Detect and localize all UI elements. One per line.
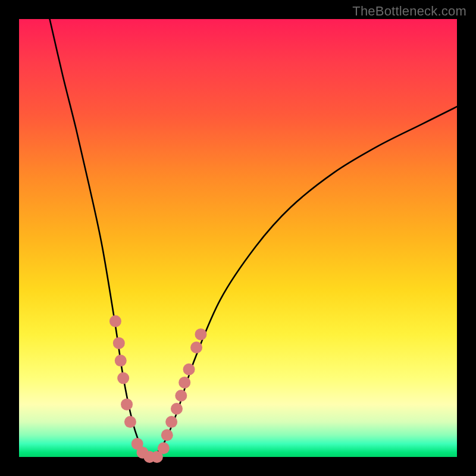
chart-frame: TheBottleneck.com	[0, 0, 476, 476]
sample-point-markers	[109, 315, 207, 463]
sample-point-marker	[124, 416, 136, 428]
plot-area	[19, 19, 457, 457]
sample-point-marker	[161, 429, 173, 441]
sample-point-marker	[175, 390, 187, 402]
sample-point-marker	[165, 416, 177, 428]
sample-point-marker	[121, 399, 133, 411]
sample-point-marker	[195, 328, 206, 340]
sample-point-marker	[113, 337, 125, 349]
sample-point-marker	[158, 442, 170, 454]
curve-svg	[19, 19, 457, 457]
sample-point-marker	[171, 403, 183, 415]
bottleneck-curve	[50, 19, 457, 457]
sample-point-marker	[109, 315, 121, 327]
sample-point-marker	[183, 364, 195, 375]
watermark-text: TheBottleneck.com	[352, 4, 466, 19]
sample-point-marker	[190, 342, 202, 353]
sample-point-marker	[178, 377, 190, 389]
sample-point-marker	[117, 372, 129, 384]
sample-point-marker	[115, 355, 127, 367]
